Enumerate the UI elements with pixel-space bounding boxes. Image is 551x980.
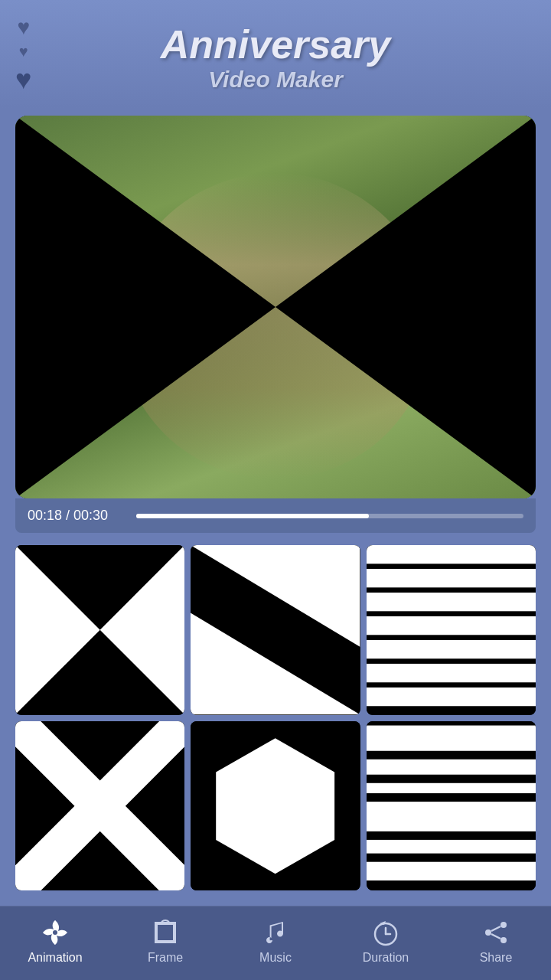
svg-rect-15	[367, 640, 536, 658]
music-icon	[260, 917, 291, 948]
x-mask-overlay	[15, 116, 536, 498]
svg-rect-26	[367, 802, 536, 831]
nav-label-share: Share	[480, 951, 513, 965]
animation-item-uneven-stripes[interactable]	[367, 721, 536, 890]
animation-grid	[15, 545, 536, 890]
decorative-hearts: ♥ ♥ ♥	[15, 15, 31, 96]
svg-rect-23	[367, 725, 536, 750]
svg-rect-16	[367, 664, 536, 682]
svg-marker-2	[15, 307, 276, 498]
heart-icon-2: ♥	[15, 43, 31, 60]
app-title: Anniversary	[15, 23, 536, 67]
nav-item-music[interactable]: Music	[237, 917, 314, 965]
nav-label-duration: Duration	[363, 951, 409, 965]
svg-rect-11	[367, 545, 536, 564]
animation-item-diagonal[interactable]	[191, 545, 360, 714]
svg-marker-0	[15, 116, 276, 307]
app-subtitle: Video Maker	[15, 67, 536, 93]
svg-point-33	[500, 922, 507, 928]
nav-label-music: Music	[259, 951, 292, 965]
nav-item-share[interactable]: Share	[458, 917, 534, 965]
svg-rect-24	[367, 759, 536, 774]
svg-rect-12	[367, 569, 536, 587]
animation-item-hexagon[interactable]	[191, 721, 360, 890]
svg-rect-25	[367, 782, 536, 792]
nav-item-animation[interactable]: Animation	[17, 917, 93, 965]
svg-marker-3	[276, 307, 536, 498]
nav-label-frame: Frame	[148, 951, 183, 965]
nav-item-frame[interactable]: Frame	[127, 917, 204, 965]
share-icon	[481, 917, 511, 948]
svg-line-36	[491, 926, 500, 931]
progress-bar-fill	[136, 514, 369, 518]
nav-item-duration[interactable]: Duration	[347, 917, 424, 965]
animation-item-bowtie[interactable]	[15, 545, 184, 714]
time-display: 00:18 / 00:30	[28, 508, 127, 524]
svg-point-29	[53, 930, 57, 935]
bottom-navigation: Animation Frame Music	[0, 906, 551, 980]
progress-bar-track[interactable]	[136, 514, 523, 518]
svg-marker-1	[276, 116, 536, 307]
frame-icon	[150, 917, 181, 948]
svg-rect-28	[367, 861, 536, 880]
animation-icon	[40, 917, 70, 948]
svg-rect-17	[367, 688, 536, 706]
app-header: ♥ ♥ ♥ Anniversary Video Maker	[0, 0, 551, 108]
svg-line-37	[491, 934, 500, 939]
duration-icon	[370, 917, 401, 948]
svg-rect-13	[367, 593, 536, 611]
svg-rect-27	[367, 839, 536, 853]
heart-icon-1: ♥	[15, 15, 31, 40]
video-preview[interactable]	[15, 116, 536, 498]
svg-point-35	[500, 937, 507, 943]
heart-icon-3: ♥	[15, 64, 31, 96]
svg-rect-14	[367, 616, 536, 635]
animation-item-cross[interactable]	[15, 721, 184, 890]
progress-area: 00:18 / 00:30	[15, 498, 536, 533]
svg-point-34	[485, 929, 491, 936]
animation-item-stripes[interactable]	[367, 545, 536, 714]
nav-label-animation: Animation	[28, 951, 82, 965]
